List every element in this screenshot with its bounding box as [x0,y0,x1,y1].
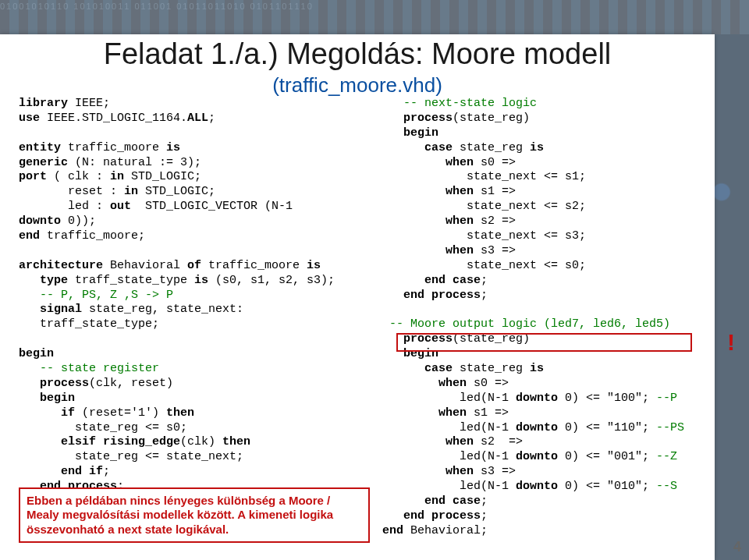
txt [382,214,445,228]
comment: --PS [656,421,684,434]
blank [19,332,26,346]
txt [19,435,61,448]
txt [382,362,424,375]
txt [19,392,40,405]
txt: state_reg <= state_next; [19,450,243,463]
kw: generic [19,156,68,169]
txt: STD_LOGIC; [138,185,215,198]
txt: 0)); [61,214,96,228]
kw: begin [40,392,75,405]
kw: type [40,274,68,287]
txt [19,274,40,287]
txt: s0 => [467,377,509,390]
kw: is [530,141,544,154]
kw: downto [19,214,61,228]
slide-subtitle: (traffic_moore.vhd) [0,73,715,97]
kw: if [61,406,75,420]
txt: (state_reg) [453,112,530,125]
txt: state_reg <= s0; [19,421,187,434]
txt: state_reg [453,141,530,154]
txt: ( clk : [47,170,110,183]
kw: begin [403,126,438,140]
txt [382,465,445,478]
txt: s3 => [474,465,516,478]
txt [382,289,403,302]
txt: led(N-1 [382,480,516,493]
kw: end [382,524,403,537]
slide-title: Feladat 1./a.) Megoldás: Moore modell [0,37,715,71]
txt: ; [208,112,215,125]
blank [382,303,389,316]
txt: led(N-1 [382,421,516,434]
kw: elsif rising_edge [61,435,180,448]
page-number: 4 [733,539,741,555]
txt: ; [103,465,110,478]
kw: downto [516,392,558,405]
kw: library [19,97,68,110]
txt: state_next <= s2; [382,200,586,213]
txt: state_reg, state_next: [82,303,243,316]
txt: led : [19,200,110,213]
kw: end if [61,465,103,478]
txt: traff_state_type; [19,317,159,331]
kw: process [40,377,89,390]
txt: s1 => [474,185,516,198]
txt [382,185,445,198]
code-left: library IEEE; use IEEE.STD_LOGIC_1164.AL… [19,97,367,555]
txt: state_next <= s1; [382,170,586,183]
kw: architecture [19,259,103,272]
txt: ; [481,274,488,287]
kw: case [424,362,453,375]
kw: is [166,141,180,154]
kw: downto [516,450,558,463]
txt: Behavioral [103,259,187,272]
comment: -- state register [19,362,159,375]
txt [382,494,424,508]
kw: use [19,112,40,125]
kw: end case [424,274,481,287]
kw: of [187,259,201,272]
txt [19,377,40,390]
txt: IEEE.STD_LOGIC_1164. [40,112,187,125]
kw: downto [516,421,558,434]
comment: --S [656,480,677,493]
txt: 0) <= "100"; [558,392,656,405]
txt: state_reg [453,362,530,375]
kw: when [445,185,474,198]
txt: ; [481,289,488,302]
kw: when [438,377,467,390]
txt: traffic_moore; [40,229,145,243]
txt: STD_LOGIC_VECTOR (N-1 [131,200,293,213]
txt: s2 => [474,435,523,448]
blank [19,244,26,257]
comment: --Z [656,450,677,463]
exclamation-icon: ! [727,328,735,357]
txt: (N: natural := 3); [68,156,201,169]
txt: 0) <= "001"; [558,450,656,463]
kw: when [445,244,474,257]
kw: end [19,229,40,243]
kw: ALL [187,112,208,125]
bg-strip-top [0,0,749,34]
txt: (reset='1') [75,406,166,420]
txt [19,303,40,316]
kw: when [445,156,474,169]
kw: downto [516,480,558,493]
txt: reset : [19,185,124,198]
kw: end process [403,509,481,523]
kw: then [222,435,250,448]
kw: is [307,259,321,272]
txt [382,274,424,287]
txt: 0) <= "010"; [558,480,656,493]
callout-text: Ebben a példában nincs lényeges különbsé… [27,494,333,536]
txt: s1 => [467,406,509,420]
kw: entity [19,141,61,154]
callout-note: Ebben a példában nincs lényeges különbsé… [19,487,370,543]
kw: out [110,200,131,213]
kw: is [194,274,208,287]
txt: traff_state_type [68,274,194,287]
txt: ; [481,509,488,523]
txt: state_next <= s0; [382,259,586,272]
blank [19,126,26,140]
kw: when [445,435,474,448]
